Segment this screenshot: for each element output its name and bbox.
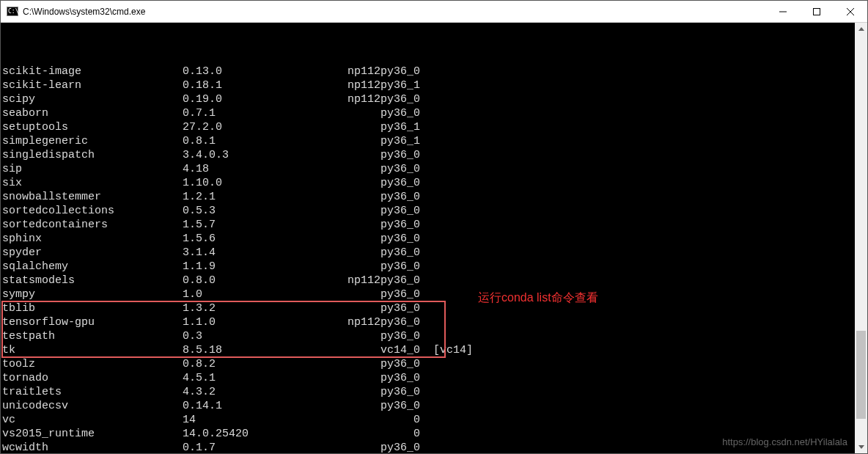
package-build: py36_0 xyxy=(325,218,420,232)
package-name: snowballstemmer xyxy=(2,190,183,204)
package-build: np112py36_0 xyxy=(325,315,420,329)
package-version: 1.2.1 xyxy=(183,190,325,204)
package-name: toolz xyxy=(2,357,183,371)
package-build: py36_0 xyxy=(325,204,420,218)
package-row: setuptools27.2.0py36_1 xyxy=(2,120,855,134)
package-name: sympy xyxy=(2,288,183,301)
package-row: tornado4.5.1py36_0 xyxy=(2,371,855,385)
package-version: 3.4.0.3 xyxy=(183,148,325,162)
package-build: py36_0 xyxy=(325,357,420,371)
package-name: singledispatch xyxy=(2,148,183,162)
package-row: sip4.18py36_0 xyxy=(2,162,855,176)
package-name: six xyxy=(2,176,183,190)
package-version: 4.5.1 xyxy=(183,371,325,385)
package-build: py36_0 xyxy=(325,260,420,274)
package-name: traitlets xyxy=(2,385,183,399)
package-name: testpath xyxy=(2,329,183,343)
package-name: vs2015_runtime xyxy=(2,427,183,441)
package-row: sortedcontainers1.5.7py36_0 xyxy=(2,218,855,232)
package-name: tblib xyxy=(2,301,183,315)
package-build: py36_0 xyxy=(325,301,420,315)
package-version: 3.1.4 xyxy=(183,246,325,260)
cmd-icon: C:\ xyxy=(7,6,18,18)
package-row: sortedcollections0.5.3py36_0 xyxy=(2,204,855,218)
package-row: scikit-learn0.18.1np112py36_1 xyxy=(2,78,855,92)
package-build: py36_1 xyxy=(325,134,420,148)
terminal-output[interactable]: scikit-image0.13.0np112py36_0scikit-lear… xyxy=(1,23,855,453)
package-row: scipy0.19.0np112py36_0 xyxy=(2,92,855,106)
titlebar[interactable]: C:\ C:\Windows\system32\cmd.exe xyxy=(1,1,867,23)
package-version: 0.13.0 xyxy=(183,65,325,78)
package-row: sqlalchemy1.1.9py36_0 xyxy=(2,260,855,274)
package-version: 1.5.7 xyxy=(183,218,325,232)
package-row: tk8.5.18vc14_0[vc14] xyxy=(2,343,855,357)
package-version: 1.3.2 xyxy=(183,301,325,315)
package-channel: [vc14] xyxy=(420,343,473,357)
package-row: scikit-image0.13.0np112py36_0 xyxy=(2,65,855,78)
package-name: tornado xyxy=(2,371,183,385)
package-version: 0.14.1 xyxy=(183,399,325,413)
package-build: py36_0 xyxy=(325,148,420,162)
package-version: 8.5.18 xyxy=(183,343,325,357)
package-name: scikit-image xyxy=(2,65,183,78)
package-build: py36_0 xyxy=(325,371,420,385)
package-row: tensorflow-gpu1.1.0np112py36_0 xyxy=(2,315,855,329)
minimize-button[interactable] xyxy=(766,1,800,23)
scroll-thumb[interactable] xyxy=(856,331,866,419)
package-version: 0.5.3 xyxy=(183,204,325,218)
package-row: seaborn0.7.1py36_0 xyxy=(2,106,855,120)
package-row: testpath0.3py36_0 xyxy=(2,329,855,343)
client-area: scikit-image0.13.0np112py36_0scikit-lear… xyxy=(1,23,867,453)
package-version: 0.18.1 xyxy=(183,78,325,92)
maximize-button[interactable] xyxy=(800,1,834,23)
package-row: vs2015_runtime14.0.254200 xyxy=(2,427,855,441)
package-build: py36_0 xyxy=(325,232,420,246)
package-build: 0 xyxy=(325,413,420,427)
package-name: vc xyxy=(2,413,183,427)
svg-marker-7 xyxy=(858,445,864,449)
package-build: py36_0 xyxy=(325,246,420,260)
package-name: statsmodels xyxy=(2,274,183,288)
package-name: setuptools xyxy=(2,120,183,134)
package-row: singledispatch3.4.0.3py36_0 xyxy=(2,148,855,162)
package-row: toolz0.8.2py36_0 xyxy=(2,357,855,371)
package-version: 1.1.9 xyxy=(183,260,325,274)
package-version: 0.8.1 xyxy=(183,134,325,148)
package-version: 1.10.0 xyxy=(183,176,325,190)
package-version: 1.1.0 xyxy=(183,315,325,329)
package-version: 0.7.1 xyxy=(183,106,325,120)
close-button[interactable] xyxy=(834,1,867,23)
package-name: spyder xyxy=(2,246,183,260)
package-build: 0 xyxy=(325,427,420,441)
package-build: np112py36_0 xyxy=(325,65,420,78)
svg-rect-3 xyxy=(814,8,820,15)
package-name: unicodecsv xyxy=(2,399,183,413)
package-version: 0.19.0 xyxy=(183,92,325,106)
package-build: py36_0 xyxy=(325,399,420,413)
package-build: vc14_0 xyxy=(325,343,420,357)
package-name: tk xyxy=(2,343,183,357)
package-name: wcwidth xyxy=(2,441,183,453)
package-name: tensorflow-gpu xyxy=(2,315,183,329)
package-build: py36_0 xyxy=(325,441,420,453)
package-name: sqlalchemy xyxy=(2,260,183,274)
package-version: 27.2.0 xyxy=(183,120,325,134)
svg-marker-6 xyxy=(858,27,864,31)
package-name: simplegeneric xyxy=(2,134,183,148)
package-name: seaborn xyxy=(2,106,183,120)
scroll-down-button[interactable] xyxy=(855,441,867,453)
package-row: unicodecsv0.14.1py36_0 xyxy=(2,399,855,413)
package-build: py36_0 xyxy=(325,329,420,343)
cmd-window: C:\ C:\Windows\system32\cmd.exe scikit-i… xyxy=(0,0,868,454)
vertical-scrollbar[interactable] xyxy=(855,23,867,453)
package-build: np112py36_1 xyxy=(325,78,420,92)
package-build: np112py36_0 xyxy=(325,92,420,106)
package-name: sip xyxy=(2,162,183,176)
package-name: sphinx xyxy=(2,232,183,246)
package-build: py36_0 xyxy=(325,162,420,176)
package-build: py36_0 xyxy=(325,106,420,120)
package-version: 14.0.25420 xyxy=(183,427,325,441)
scroll-up-button[interactable] xyxy=(855,23,867,35)
package-row: tblib1.3.2py36_0 xyxy=(2,301,855,315)
package-version: 0.8.2 xyxy=(183,357,325,371)
